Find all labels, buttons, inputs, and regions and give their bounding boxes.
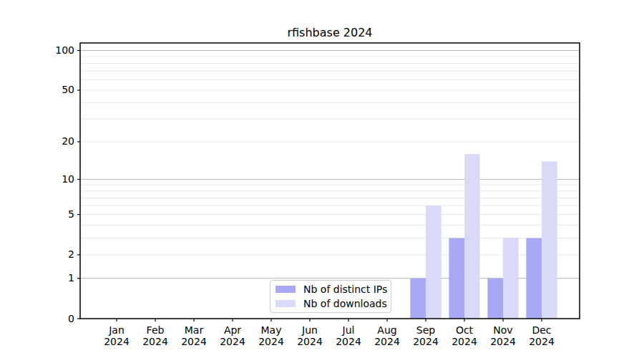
bar-distinct-ips (487, 279, 503, 319)
legend: Nb of distinct IPs Nb of downloads (270, 280, 391, 313)
legend-label-distinct-ips: Nb of distinct IPs (303, 284, 387, 295)
bar-downloads (503, 238, 519, 319)
legend-swatch-downloads (275, 300, 296, 307)
y-tick-label: 5 (68, 208, 74, 220)
legend-item-downloads: Nb of downloads (275, 296, 385, 310)
y-tick-label: 100 (55, 44, 74, 56)
x-tick-label: Apr2024 (220, 324, 245, 347)
x-tick-label: Jun2024 (297, 324, 323, 347)
y-tick-label: 0 (68, 313, 74, 324)
chart-figure: rfishbase 2024 Jan2024Feb2024Mar2024Apr2… (0, 0, 644, 358)
bar-downloads (542, 161, 557, 319)
x-tick-label: Jul2024 (336, 324, 361, 347)
legend-label-downloads: Nb of downloads (303, 298, 387, 309)
x-tick-label: May2024 (258, 324, 284, 347)
bar-distinct-ips (410, 279, 426, 319)
legend-swatch-distinct-ips (275, 286, 296, 293)
chart-title: rfishbase 2024 (287, 26, 372, 39)
x-tick-label: Aug2024 (374, 324, 400, 347)
x-tick-label: Jan2024 (104, 324, 130, 347)
y-tick-label: 50 (62, 84, 74, 95)
bar-distinct-ips (449, 238, 464, 319)
y-tick-label: 20 (62, 135, 74, 147)
bar-downloads (464, 154, 480, 319)
x-tick-label: Dec2024 (529, 324, 555, 347)
y-tick-label: 2 (68, 248, 74, 260)
x-tick-label: Feb2024 (142, 324, 168, 347)
bar-distinct-ips (526, 238, 542, 319)
y-tick-label: 1 (68, 272, 74, 284)
x-tick-label: Sep2024 (413, 324, 439, 347)
x-tick-label: Oct2024 (452, 324, 477, 347)
bar-downloads (426, 205, 441, 319)
x-tick-label: Nov2024 (490, 324, 516, 347)
x-tick-label: Mar2024 (181, 324, 207, 347)
y-tick-label: 10 (62, 173, 74, 185)
legend-item-distinct-ips: Nb of distinct IPs (275, 283, 385, 296)
